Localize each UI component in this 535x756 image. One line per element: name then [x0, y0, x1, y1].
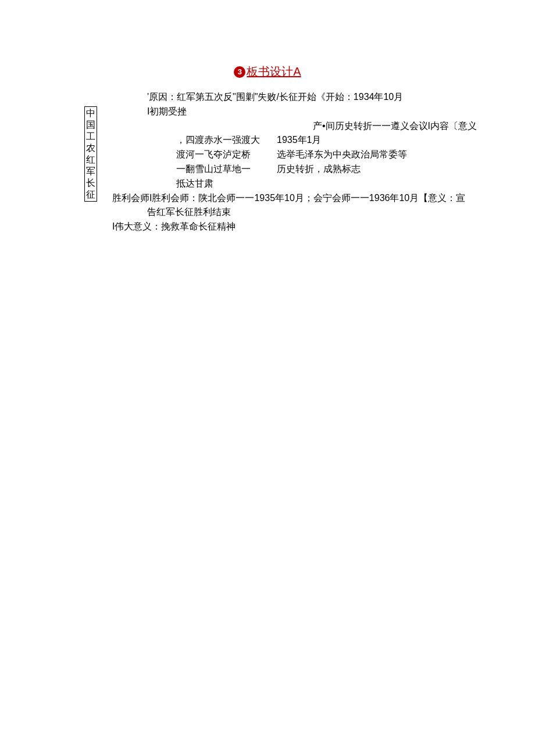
- vertical-topic-box: 中 国 工 农 红 军 长 征: [84, 106, 97, 202]
- line-significance: I伟大意义：挽救革命长征精神: [112, 220, 500, 234]
- circle-number-icon: 3: [234, 66, 245, 78]
- col-left: 渡河一飞夺泸定桥: [176, 148, 266, 162]
- vchar: 中: [85, 108, 97, 119]
- title-container: 3 板书设计A: [0, 64, 535, 80]
- line-victory-b: 告红军长征胜利结束: [112, 205, 500, 220]
- body-text: '原因：红军第五次反"围剿"失败/长征开始《开始：1934年10月 I初期受挫 …: [112, 90, 500, 234]
- vchar: 农: [85, 142, 97, 154]
- col-right: 历史转折，成熟标志: [277, 162, 500, 177]
- col-left: ，四渡赤水一强渡大: [176, 133, 266, 148]
- line-early-setback: I初期受挫: [112, 105, 500, 119]
- col-right: [277, 177, 500, 191]
- col-left: 抵达甘肃: [176, 177, 266, 191]
- line-cause: '原因：红军第五次反"围剿"失败/长征开始《开始：1934年10月: [112, 90, 500, 105]
- line-victory-a: 胜利会师I胜利会师：陕北会师一一1935年10月；会宁会师一一1936年10月【…: [112, 191, 500, 206]
- vchar: 军: [85, 166, 97, 177]
- vchar: 征: [85, 189, 97, 200]
- two-column-block: ，四渡赤水一强渡大 1935年1月 渡河一飞夺泸定桥 选举毛泽东为中央政治局常委…: [112, 133, 500, 191]
- vchar: 长: [85, 177, 97, 189]
- page-title: 3 板书设计A: [234, 64, 301, 80]
- line-zunyi: 产•间历史转折一一遵义会议I内容〔意义: [112, 119, 500, 134]
- vchar: 工: [85, 131, 97, 142]
- col-right: 选举毛泽东为中央政治局常委等: [277, 148, 500, 162]
- vchar: 国: [85, 119, 97, 131]
- title-text: 板书设计A: [247, 64, 301, 80]
- col-left: 一翻雪山过草地一: [176, 162, 266, 177]
- content-area: 中 国 工 农 红 军 长 征 '原因：红军第五次反"围剿"失败/长征开始《开始…: [0, 90, 535, 234]
- vchar: 红: [85, 154, 97, 166]
- col-right: 1935年1月: [277, 133, 500, 148]
